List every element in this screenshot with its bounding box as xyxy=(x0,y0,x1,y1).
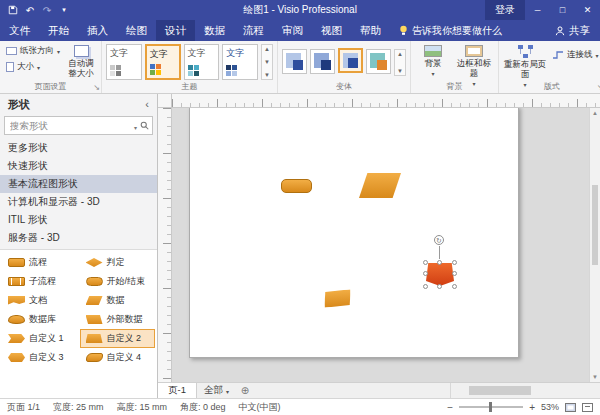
gallery-more-icon[interactable]: ▼ xyxy=(264,72,270,78)
stencil-itil-shapes[interactable]: ITIL 形状 xyxy=(0,211,157,229)
variant-thumbnail-3-selected[interactable] xyxy=(338,48,363,73)
full-screen-icon[interactable] xyxy=(582,403,593,412)
tab-data[interactable]: 数据 xyxy=(195,20,234,41)
shapes-panel: 形状 更多形状 快速形状 基本流程图形状 计算机和显示器 - 3D ITIL 形… xyxy=(0,94,158,398)
group-label-themes: 主题 xyxy=(102,81,277,92)
quick-shapes-item[interactable]: 快速形状 xyxy=(0,157,157,175)
collapse-panel-icon[interactable] xyxy=(145,98,149,110)
background-button[interactable]: 背景 xyxy=(415,44,451,79)
zoom-level[interactable]: 53% xyxy=(541,402,559,412)
variant-thumbnail-4[interactable] xyxy=(366,49,391,74)
master-data[interactable]: 数据 xyxy=(80,291,156,310)
search-icon[interactable] xyxy=(140,121,149,130)
relayout-page-button[interactable]: 重新布局页面 xyxy=(503,44,547,89)
search-shapes-input[interactable] xyxy=(4,116,153,135)
master-database[interactable]: 数据库 xyxy=(2,310,78,329)
tell-me-box[interactable]: 告诉我你想要做什么 xyxy=(390,20,511,41)
vertical-scrollbar[interactable]: ▲ ▼ xyxy=(589,108,600,382)
maximize-button[interactable] xyxy=(550,0,575,20)
master-process[interactable]: 流程 xyxy=(2,253,78,272)
theme-thumbnail-4[interactable]: 文字 xyxy=(222,44,258,80)
autosize-button[interactable]: 自动调整大小 xyxy=(65,44,97,79)
selection-handle[interactable] xyxy=(452,260,457,265)
horizontal-ruler[interactable] xyxy=(172,94,600,108)
master-decision[interactable]: 判定 xyxy=(80,253,156,272)
more-shapes-item[interactable]: 更多形状 xyxy=(0,139,157,157)
canvas-shape-rounded-process[interactable] xyxy=(281,179,312,193)
drawing-page[interactable] xyxy=(189,106,519,358)
master-start-end[interactable]: 开始/结束 xyxy=(80,272,156,291)
borders-titles-button[interactable]: 边框和标题 xyxy=(454,44,494,88)
tab-home[interactable]: 开始 xyxy=(39,20,78,41)
undo-button[interactable] xyxy=(22,2,38,18)
sign-in-button[interactable]: 登录 xyxy=(485,0,525,20)
master-custom-3[interactable]: 自定义 3 xyxy=(2,348,78,367)
orientation-button[interactable]: 纸张方向 xyxy=(4,44,62,58)
page-tab-1[interactable]: 页-1 xyxy=(158,383,197,398)
canvas-shape-card[interactable] xyxy=(324,289,352,307)
tab-process[interactable]: 流程 xyxy=(234,20,273,41)
horizontal-scrollbar-thumb[interactable] xyxy=(469,386,531,395)
fit-page-to-window-icon[interactable] xyxy=(565,403,576,412)
scroll-up-icon[interactable]: ▲ xyxy=(592,110,598,116)
tab-file[interactable]: 文件 xyxy=(0,20,39,41)
vertical-ruler[interactable] xyxy=(158,108,172,382)
gallery-scroll-down-icon[interactable]: ▼ xyxy=(264,59,270,65)
master-custom-1[interactable]: 自定义 1 xyxy=(2,329,78,348)
stencil-servers-3d[interactable]: 服务器 - 3D xyxy=(0,229,157,247)
dialog-launcher-icon[interactable] xyxy=(93,83,100,93)
master-custom-4[interactable]: 自定义 4 xyxy=(80,348,156,367)
theme-thumbnail-1[interactable]: 文字 xyxy=(106,44,142,80)
selection-handle[interactable] xyxy=(423,284,428,289)
stencil-computers-monitors-3d[interactable]: 计算机和显示器 - 3D xyxy=(0,193,157,211)
selection-handle[interactable] xyxy=(423,260,428,265)
search-options-icon[interactable] xyxy=(134,116,137,134)
gallery-more-icon[interactable]: ▼ xyxy=(397,68,403,74)
connector-button[interactable]: 连接线 xyxy=(550,48,600,62)
selection-handle[interactable] xyxy=(423,271,428,276)
canvas-shape-selected-custom[interactable] xyxy=(426,263,454,286)
tab-draw[interactable]: 绘图 xyxy=(117,20,156,41)
all-pages-button[interactable]: 全部 xyxy=(197,383,236,398)
master-custom-2-selected[interactable]: 自定义 2 xyxy=(80,329,156,348)
save-button[interactable] xyxy=(5,2,21,18)
minimize-button[interactable] xyxy=(525,0,550,20)
variant-thumbnail-1[interactable] xyxy=(282,49,307,74)
tab-design[interactable]: 设计 xyxy=(156,20,195,41)
master-document[interactable]: 文档 xyxy=(2,291,78,310)
stencil-basic-flowchart[interactable]: 基本流程图形状 xyxy=(0,175,157,193)
gallery-scroll-up-icon[interactable]: ▲ xyxy=(264,46,270,52)
theme-thumbnail-3[interactable]: 文字 xyxy=(184,44,220,80)
variant-thumbnail-2[interactable] xyxy=(310,49,335,74)
group-background: 背景 边框和标题 背景 xyxy=(411,41,499,93)
master-subprocess[interactable]: 子流程 xyxy=(2,272,78,291)
gallery-scroll-up-icon[interactable]: ▲ xyxy=(397,51,403,57)
tab-view[interactable]: 视图 xyxy=(312,20,351,41)
insert-page-button[interactable] xyxy=(236,383,254,398)
scroll-down-icon[interactable]: ▼ xyxy=(592,374,598,380)
master-external-data[interactable]: 外部数据 xyxy=(80,310,156,329)
close-button[interactable] xyxy=(575,0,600,20)
tab-insert[interactable]: 插入 xyxy=(78,20,117,41)
tab-help[interactable]: 帮助 xyxy=(351,20,390,41)
zoom-in-button[interactable]: + xyxy=(529,402,535,413)
customize-quick-access-button[interactable] xyxy=(56,2,72,18)
selection-handle[interactable] xyxy=(452,284,457,289)
selection-handle[interactable] xyxy=(437,260,442,265)
theme-thumbnail-2-selected[interactable]: 文字 xyxy=(145,44,181,80)
zoom-slider-thumb[interactable] xyxy=(489,402,492,412)
theme-colors-icon xyxy=(110,65,121,76)
share-button[interactable]: 共享 xyxy=(545,20,600,41)
selection-handle[interactable] xyxy=(452,271,457,276)
size-button[interactable]: 大小 xyxy=(4,60,62,74)
drawing-canvas[interactable]: ▲ ▼ xyxy=(158,94,600,382)
zoom-out-button[interactable]: − xyxy=(447,402,453,413)
horizontal-scrollbar[interactable] xyxy=(450,383,600,398)
tab-review[interactable]: 审阅 xyxy=(273,20,312,41)
canvas-shape-data-parallelogram[interactable] xyxy=(359,173,401,198)
zoom-slider[interactable] xyxy=(459,406,523,408)
rotation-handle[interactable] xyxy=(434,235,444,245)
vertical-scrollbar-thumb[interactable] xyxy=(592,185,598,265)
redo-button[interactable] xyxy=(39,2,55,18)
selection-handle[interactable] xyxy=(437,284,442,289)
